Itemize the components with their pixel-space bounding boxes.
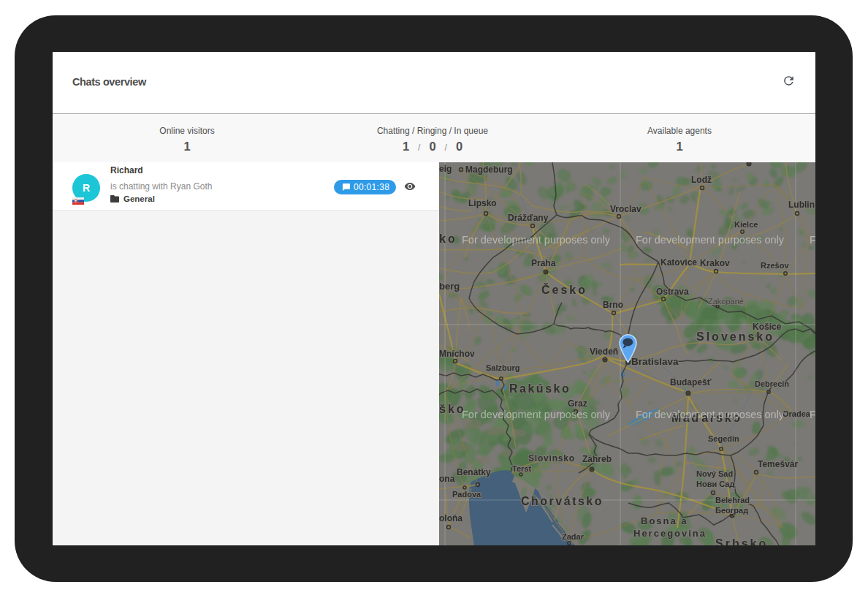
svg-text:Brno: Brno [603,300,623,310]
svg-text:Београд: Београд [715,506,748,515]
svg-text:Нови Сад: Нови Сад [696,480,734,488]
svg-text:Chorvátsko: Chorvátsko [521,495,604,507]
svg-text:Katovice: Katovice [660,257,697,268]
svg-text:Praha: Praha [531,258,556,268]
svg-text:Oradea: Oradea [783,409,811,418]
svg-text:Salzburg: Salzburg [486,363,519,372]
svg-text:Budapešť: Budapešť [670,377,712,387]
svg-text:Zakopané: Zakopané [708,297,744,306]
svg-text:Krakov: Krakov [700,258,730,268]
svg-text:Lipsko: Lipsko [468,198,497,208]
svg-text:For development purposes only: For development purposes only [462,234,611,246]
svg-text:Lublin: Lublin [788,200,815,210]
svg-text:Viedeň: Viedeň [590,347,618,357]
svg-text:Fo: Fo [810,234,815,246]
svg-text:Mníchov: Mníchov [439,349,475,359]
svg-text:Temešvár: Temešvár [758,459,798,469]
svg-text:Nový Sad: Nový Sad [696,469,733,478]
svg-text:Terst: Terst [512,464,531,473]
svg-text:Drážďany: Drážďany [508,213,549,223]
svg-text:eig: eig [439,164,452,174]
svg-text:Kielce: Kielce [734,220,758,229]
svg-text:Slovensko: Slovensko [696,330,774,343]
svg-text:Benátky: Benátky [457,467,491,477]
svg-text:Lodž: Lodž [691,175,712,185]
svg-text:Graz: Graz [568,398,587,409]
svg-text:Debrecín: Debrecín [755,379,789,388]
svg-text:Bosna a: Bosna a [641,515,688,526]
svg-text:Rzešov: Rzešov [761,261,789,270]
svg-text:For development purposes only: For development purposes only [462,409,611,420]
svg-text:Segedín: Segedín [708,434,739,443]
svg-text:For development purposes only: For development purposes only [636,409,785,420]
svg-text:Bratislava: Bratislava [631,356,679,367]
svg-text:ko: ko [439,232,457,245]
svg-text:Česko: Česko [541,283,587,296]
svg-text:Slovinsko: Slovinsko [528,453,575,463]
svg-text:Zadar: Zadar [562,532,585,541]
svg-text:berg: berg [439,281,460,292]
svg-text:oloňa: oloňa [439,513,462,523]
svg-text:Vroclav: Vroclav [610,204,642,214]
svg-text:Belehrad: Belehrad [715,496,750,504]
svg-text:Padova: Padova [452,490,481,499]
svg-text:Záhreb: Záhreb [582,454,612,464]
svg-text:Magdeburg: Magdeburg [465,164,513,175]
svg-text:Rakúsko: Rakúsko [509,382,571,395]
svg-text:Fo: Fo [810,409,815,420]
svg-text:ona: ona [439,474,455,484]
svg-text:Hercegovina: Hercegovina [633,528,707,539]
svg-text:Srbsko: Srbsko [715,537,768,545]
svg-text:For development purposes only: For development purposes only [636,234,785,246]
svg-text:Ostrava: Ostrava [656,287,689,297]
